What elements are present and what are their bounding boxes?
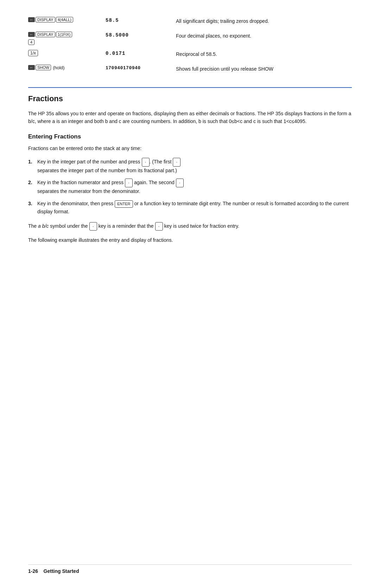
- hold-label: (hold): [53, 65, 64, 70]
- keys-col: ← DISPLAY 4(4ALL): [28, 17, 106, 22]
- keys-col: ← SHOW (hold): [28, 65, 106, 70]
- list-item: 2. Key in the fraction numerator and pre…: [28, 179, 352, 195]
- shift-key: ←: [28, 65, 35, 70]
- footer-page-section: 1-26 Getting Started: [28, 568, 79, 574]
- list-item: 3. Key in the denominator, then press EN…: [28, 200, 352, 216]
- footer: 1-26 Getting Started: [28, 564, 352, 574]
- fractions-section: Fractions The HP 35s allows you to enter…: [28, 94, 352, 244]
- step-number: 1.: [28, 158, 35, 166]
- display-table: ← DISPLAY 4(4ALL) 58.5 All significant d…: [28, 17, 352, 75]
- display-value: 58.5000: [106, 32, 176, 38]
- enter-key: ENTER: [115, 200, 133, 208]
- desc-col: Shows full precision until you release S…: [176, 65, 352, 73]
- step-number: 2.: [28, 179, 35, 186]
- example-note: The following example illustrates the en…: [28, 236, 352, 244]
- dot-key: ·: [155, 222, 163, 231]
- desc-col: Reciprocal of 58.5.: [176, 50, 352, 58]
- table-row: ← DISPLAY 1(1FIX) 4 58.5000 Four decimal…: [28, 32, 352, 45]
- desc-col: All significant digits; trailing zeros d…: [176, 17, 352, 25]
- step-number: 3.: [28, 200, 35, 207]
- table-row: 1/x 0.0171 Reciprocal of 58.5.: [28, 50, 352, 60]
- entering-fractions-intro: Fractions can be entered onto the stack …: [28, 144, 352, 152]
- dot-key: ·: [125, 179, 133, 187]
- shift-key: ←: [28, 17, 35, 22]
- fractions-intro: The HP 35s allows you to enter and opera…: [28, 110, 352, 125]
- recip-key: 1/x: [28, 50, 38, 56]
- footer-page: 1-26: [28, 568, 38, 574]
- steps-list: 1. Key in the integer part of the number…: [28, 158, 352, 215]
- dot-key: ·: [142, 158, 150, 167]
- dot-key: ·: [176, 179, 184, 187]
- abc-note: The a b/c symbol under the · key is a re…: [28, 222, 352, 231]
- keys-col: ← DISPLAY 1(1FIX) 4: [28, 32, 106, 45]
- step-content: Key in the denominator, then press ENTER…: [37, 200, 352, 216]
- one-fix-key: 1(1FIX): [56, 32, 72, 37]
- desc-col: Four decimal places, no exponent.: [176, 32, 352, 40]
- four-key: 4: [28, 39, 34, 45]
- subsection-heading: Entering Fractions: [28, 133, 352, 140]
- show-full-text: Shows full precision until you release S…: [176, 66, 273, 72]
- display-key: DISPLAY: [36, 32, 55, 37]
- step-content: Key in the fraction numerator and press …: [37, 179, 352, 195]
- shift-key: ←: [28, 32, 35, 37]
- dot-key: ·: [173, 158, 180, 167]
- section-heading: Fractions: [28, 94, 352, 103]
- footer-section: Getting Started: [44, 568, 79, 574]
- show-key: SHOW: [36, 65, 51, 70]
- table-row: ← SHOW (hold) 170940170940 Shows full pr…: [28, 65, 352, 75]
- four-all-key: 4(4ALL): [56, 17, 73, 22]
- list-item: 1. Key in the integer part of the number…: [28, 158, 352, 174]
- dot-key: ·: [89, 222, 97, 231]
- display-value: 170940170940: [106, 65, 176, 71]
- section-divider: [28, 87, 352, 88]
- top-section: ← DISPLAY 4(4ALL) 58.5 All significant d…: [28, 17, 352, 75]
- step-content: Key in the integer part of the number an…: [37, 158, 352, 174]
- display-key: DISPLAY: [36, 17, 55, 22]
- table-row: ← DISPLAY 4(4ALL) 58.5 All significant d…: [28, 17, 352, 27]
- display-value: 58.5: [106, 17, 176, 23]
- display-value: 0.0171: [106, 50, 176, 56]
- keys-col: 1/x: [28, 50, 106, 56]
